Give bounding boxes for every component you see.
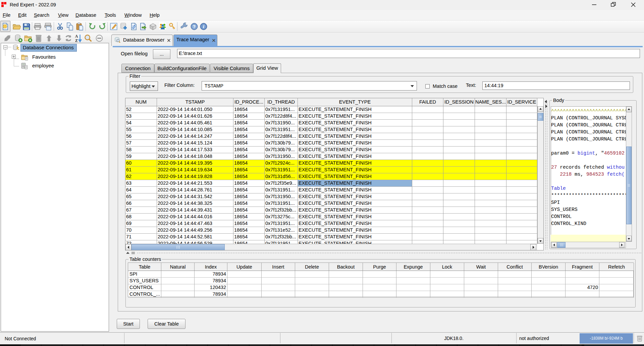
svg-text:?: ? <box>193 24 196 29</box>
svg-text:Z: Z <box>75 38 78 43</box>
svg-text:i: i <box>203 24 204 29</box>
svg-text:A: A <box>75 34 78 39</box>
